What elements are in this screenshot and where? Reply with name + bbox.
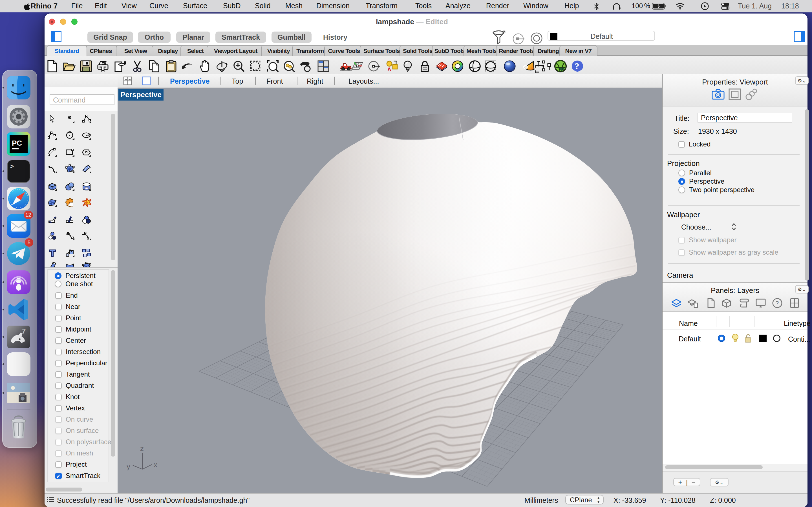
svg-text:x: x <box>154 460 157 469</box>
svg-text:z: z <box>140 444 144 453</box>
svg-text:y: y <box>126 462 130 471</box>
svg-text:?: ? <box>775 300 779 307</box>
svg-text:?: ? <box>575 61 579 71</box>
